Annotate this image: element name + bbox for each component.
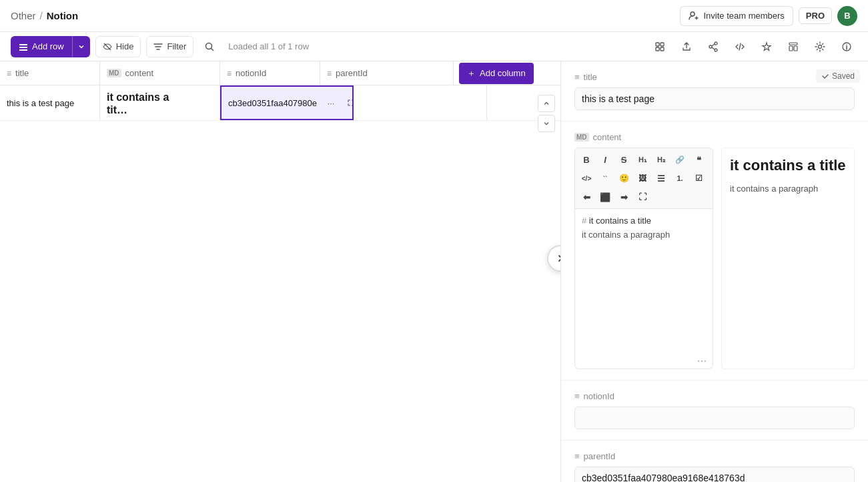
content-field-section: MD content B I S H₁ H₂ 🔗 ❝ </> `` (561, 122, 868, 381)
strikethrough-button[interactable]: S (615, 151, 632, 168)
add-row-button[interactable]: Add row (11, 36, 90, 57)
image-button[interactable]: 🖼 (634, 170, 651, 187)
editor-container: B I S H₁ H₂ 🔗 ❝ </> `` 🙂 🖼 ☰ 1. ☑ (574, 148, 855, 369)
table-header: ≡ title ··· MD content ··· ≡ notionId ··… (0, 61, 560, 85)
api-button[interactable] (729, 36, 751, 57)
export-button[interactable] (676, 36, 697, 57)
scroll-up-button[interactable] (538, 95, 555, 112)
chevron-down-icon (78, 43, 85, 50)
link-button[interactable]: 🔗 (671, 151, 689, 168)
chevron-up-icon (543, 100, 550, 107)
loaded-status: Loaded all 1 of 1 row (228, 41, 309, 51)
info-button[interactable] (836, 36, 857, 57)
star-button[interactable] (756, 36, 777, 57)
title-field-input[interactable] (574, 87, 855, 110)
preview-paragraph: it contains a paragraph (730, 184, 846, 194)
column-title-label: title (15, 68, 29, 78)
filter-button[interactable]: Filter (146, 36, 193, 57)
breadcrumb-notion[interactable]: Notion (47, 10, 78, 21)
row-expand-button[interactable] (342, 94, 354, 111)
chevron-down-icon (543, 120, 550, 127)
svg-rect-2 (19, 47, 27, 48)
notionid-field-input[interactable] (574, 407, 855, 429)
align-center-button[interactable]: ⬛ (596, 188, 614, 206)
notionid-col-icon: ≡ (227, 69, 232, 78)
ul-button[interactable]: ☰ (653, 170, 670, 187)
add-row-icon (19, 42, 28, 51)
title-field-label: ≡ title (574, 72, 855, 82)
row-more-button[interactable]: ··· (322, 94, 340, 111)
emoji-button[interactable]: 🙂 (615, 170, 632, 187)
quote-button[interactable]: ❝ (690, 151, 707, 168)
column-content-label: content (125, 68, 154, 78)
svg-rect-1 (19, 44, 27, 45)
svg-point-22 (846, 44, 847, 45)
settings-button[interactable] (809, 36, 831, 57)
svg-point-12 (709, 45, 712, 48)
grid-icon (655, 41, 665, 52)
hide-button[interactable]: Hide (95, 36, 141, 57)
cell-title[interactable]: this is a test page (0, 85, 100, 120)
code-button[interactable]: </> (578, 170, 595, 187)
breadcrumb-other[interactable]: Other (11, 10, 36, 21)
toolbar: Add row Hide Filter Loaded all 1 of 1 ro… (0, 32, 868, 61)
svg-rect-7 (656, 43, 659, 46)
align-right-button[interactable]: ➡ (615, 188, 632, 206)
svg-point-19 (819, 45, 822, 48)
editor-left: B I S H₁ H₂ 🔗 ❝ </> `` 🙂 🖼 ☰ 1. ☑ (574, 148, 713, 369)
star-icon (761, 41, 772, 52)
column-header-content[interactable]: MD content ··· (100, 61, 220, 85)
notionid-field-label: ≡ notionId (574, 391, 855, 401)
hide-icon (103, 42, 112, 51)
breadcrumb: Other / Notion (11, 10, 78, 21)
notionid-field-section: ≡ notionId (561, 381, 868, 441)
heading2-button[interactable]: H₂ (653, 151, 670, 168)
avatar[interactable]: B (837, 6, 857, 26)
topbar-right: Invite team members PRO B (680, 6, 857, 26)
align-left-button[interactable]: ⬅ (578, 188, 595, 206)
parentid-field-label: ≡ parentId (574, 451, 855, 461)
bold-button[interactable]: B (578, 151, 595, 168)
column-header-parentid[interactable]: ≡ parentId ··· (320, 61, 454, 85)
info-icon (841, 41, 852, 52)
add-column-button[interactable]: ＋ Add column (459, 63, 534, 84)
editor-content-area[interactable]: # it contains a title it contains a para… (574, 209, 713, 369)
topbar: Other / Notion Invite team members PRO B (0, 0, 868, 32)
api-icon (735, 41, 745, 52)
gear-icon (815, 41, 825, 52)
column-header-title[interactable]: ≡ title ··· (0, 61, 100, 85)
chevron-right-icon (556, 254, 561, 263)
expand-icon (347, 99, 354, 107)
ol-button[interactable]: 1. (671, 170, 689, 187)
check-icon (821, 72, 829, 80)
svg-rect-3 (19, 49, 27, 51)
column-header-notionid[interactable]: ≡ notionId ··· (220, 61, 320, 85)
italic-button[interactable]: I (596, 151, 614, 168)
scroll-down-button[interactable] (538, 115, 555, 132)
inline-code-button[interactable]: `` (596, 170, 614, 187)
table-row[interactable]: this is a test page it contains atit… cb… (0, 85, 560, 121)
invite-team-members-button[interactable]: Invite team members (680, 6, 793, 26)
cell-notionid[interactable]: cb3ed0351faa407980e ··· (220, 85, 354, 120)
heading1-button[interactable]: H₁ (634, 151, 651, 168)
share-button[interactable] (703, 36, 724, 57)
parentid-col-icon: ≡ (327, 69, 332, 78)
search-button[interactable] (199, 36, 220, 57)
grid-view-button[interactable] (649, 36, 671, 57)
svg-point-11 (715, 42, 717, 45)
fullscreen-button[interactable]: ⛶ (634, 188, 651, 206)
cell-parentid[interactable] (354, 85, 487, 120)
content-preview: it contains a title it contains a paragr… (721, 148, 855, 369)
pro-badge-button[interactable]: PRO (799, 7, 832, 24)
check-button[interactable]: ☑ (690, 170, 707, 187)
title-col-icon: ≡ (7, 69, 11, 78)
content-field-label: MD content (574, 132, 855, 142)
cell-content[interactable]: it contains atit… (100, 85, 220, 120)
parentid-field-input[interactable] (574, 467, 855, 482)
expand-panel-button[interactable] (547, 245, 561, 272)
invite-icon (689, 11, 699, 21)
svg-line-15 (712, 44, 715, 46)
svg-line-14 (712, 47, 715, 49)
layout-button[interactable] (783, 36, 804, 57)
svg-point-0 (691, 12, 695, 16)
